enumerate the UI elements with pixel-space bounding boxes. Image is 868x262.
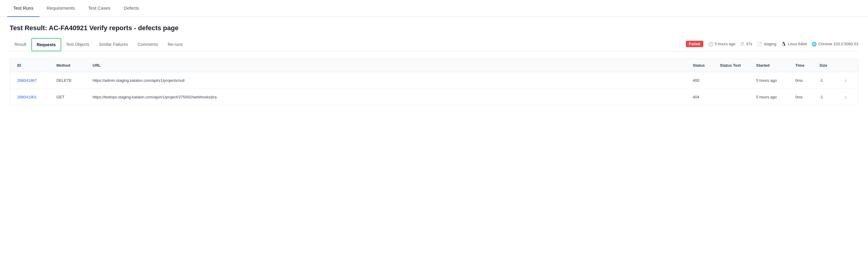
sub-navigation: Result Requests Test Objects Similar Fai… (10, 38, 858, 51)
tab-test-cases[interactable]: Test Cases (82, 0, 116, 17)
status-badge: Failed (686, 41, 703, 47)
cell-id-2: 288041901 (15, 94, 54, 100)
col-header-status-text: Status Text (717, 62, 754, 69)
meta-environment: 📄 staging (757, 42, 776, 47)
request-id-link-2[interactable]: 288041901 (17, 95, 37, 99)
meta-browser: 🌐 Chrome 103.0.5060.53 (812, 42, 858, 47)
request-id-link-1[interactable]: 288041867 (17, 78, 37, 83)
cell-id-1: 288041867 (15, 77, 54, 84)
cell-url-2: https://testops.staging.katalon.com/api/… (90, 94, 690, 100)
col-header-id: ID (15, 62, 54, 69)
cell-status-2: 404 (690, 94, 717, 100)
col-header-started: Started (754, 62, 793, 69)
cell-status-text-1 (717, 79, 754, 82)
cell-status-text-2 (717, 96, 754, 98)
cell-size-2: -1 (817, 94, 838, 100)
subtab-similar-failures[interactable]: Similar Failures (94, 38, 133, 51)
col-header-size: Size (817, 62, 838, 69)
subtab-test-objects[interactable]: Test Objects (61, 38, 94, 51)
subtab-result[interactable]: Result (10, 38, 31, 51)
col-header-status: Status (690, 62, 717, 69)
cell-method-1: DELETE (54, 77, 90, 84)
cell-started-2: 5 hours ago (754, 94, 793, 100)
cell-time-2: 0ms (793, 94, 817, 100)
meta-time-ago: 🕐 5 hours ago (708, 42, 736, 47)
tab-requirements[interactable]: Requirements (41, 0, 81, 17)
table-header: ID Method URL Status Status Text Started… (10, 59, 858, 72)
col-header-action (838, 62, 853, 69)
cell-size-1: -1 (817, 77, 838, 84)
subtab-requests[interactable]: Requests (31, 38, 61, 51)
col-header-time: Time (793, 62, 817, 69)
page-title: Test Result: AC-FA40921 Verify reports -… (10, 24, 858, 32)
requests-table: ID Method URL Status Status Text Started… (10, 59, 858, 105)
doc-icon: 📄 (757, 42, 762, 47)
cell-url-1: https://admin.staging.katalon.com/api/v1… (90, 77, 690, 84)
meta-duration: ⏱ 37s (740, 42, 752, 47)
cell-time-1: 0ms (793, 77, 817, 84)
tab-test-runs[interactable]: Test Runs (7, 0, 39, 17)
subtab-re-runs[interactable]: Re-runs (163, 38, 188, 51)
linux-icon: 🐧 (781, 42, 786, 47)
sub-nav-left: Result Requests Test Objects Similar Fai… (10, 38, 188, 51)
col-header-url: URL (90, 62, 690, 69)
clock-icon: 🕐 (708, 42, 713, 47)
subtab-comments[interactable]: Comments (133, 38, 163, 51)
sub-nav-right: Failed 🕐 5 hours ago ⏱ 37s 📄 staging 🐧 L… (686, 41, 858, 48)
cell-started-1: 5 hours ago (754, 77, 793, 84)
cell-method-2: GET (54, 94, 90, 100)
chrome-icon: 🌐 (812, 42, 817, 47)
table-row: 288041901 GET https://testops.staging.ka… (10, 89, 858, 105)
col-header-method: Method (54, 62, 90, 69)
download-button-1[interactable]: ↓ (838, 76, 853, 84)
top-navigation: Test Runs Requirements Test Cases Defect… (0, 0, 868, 17)
download-button-2[interactable]: ↓ (838, 93, 853, 101)
meta-os: 🐧 Linux 64bit (781, 42, 807, 47)
timer-icon: ⏱ (740, 42, 744, 47)
table-row: 288041867 DELETE https://admin.staging.k… (10, 72, 858, 89)
cell-status-1: 400 (690, 77, 717, 84)
tab-defects[interactable]: Defects (118, 0, 145, 17)
page-content: Test Result: AC-FA40921 Verify reports -… (0, 17, 868, 262)
